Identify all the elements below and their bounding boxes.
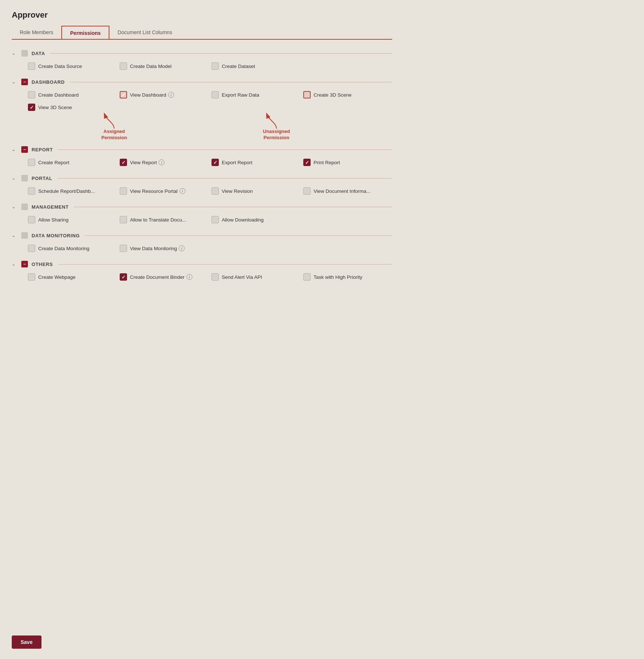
annotation-unassigned-text: UnassignedPermission — [263, 129, 290, 141]
section-title-dashboard: DASHBOARD — [32, 79, 65, 85]
permission-create-webpage: Create Webpage — [28, 273, 117, 281]
dashboard-permissions-wrapper: Create Dashboard ✓ View Dashboard i Expo… — [28, 91, 392, 142]
checkbox-create-data-model[interactable] — [120, 62, 127, 70]
label-allow-downloading: Allow Downloading — [222, 217, 264, 223]
checkbox-view-data-monitoring[interactable] — [120, 245, 127, 252]
permission-allow-translate: Allow to Translate Docu... — [120, 216, 209, 223]
tab-permissions[interactable]: Permissions — [61, 26, 109, 40]
permissions-grid-data-monitoring: Create Data Monitoring View Data Monitor… — [28, 245, 392, 252]
section-management: ⌄ MANAGEMENT Allow Sharing Allow to Tran… — [12, 204, 392, 223]
permission-export-report: ✓ Export Report — [211, 159, 300, 166]
chevron-icon-portal[interactable]: ⌄ — [12, 176, 18, 181]
permission-view-resource-portal: View Resource Portal i — [120, 187, 209, 195]
permission-view-data-monitoring: View Data Monitoring i — [120, 245, 209, 252]
chevron-icon-others[interactable]: ⌄ — [12, 262, 18, 267]
label-view-dashboard: View Dashboard i — [130, 92, 174, 98]
label-view-document-informa: View Document Informa... — [314, 188, 370, 194]
checkbox-view-document-informa[interactable] — [303, 187, 311, 195]
permission-create-data-model: Create Data Model — [120, 62, 209, 70]
annotation-unassigned: UnassignedPermission — [263, 112, 290, 141]
checkbox-export-raw-data[interactable] — [211, 91, 219, 98]
checkbox-allow-downloading[interactable] — [211, 216, 219, 223]
section-report: ⌄ − REPORT Create Report ✓ View Report i — [12, 146, 392, 166]
label-allow-translate: Allow to Translate Docu... — [130, 217, 186, 223]
chevron-icon-management[interactable]: ⌄ — [12, 204, 18, 209]
checkbox-view-3d-scene[interactable]: ✓ — [28, 104, 35, 111]
collapse-icon-data-monitoring[interactable] — [21, 232, 28, 239]
label-task-with-high-priority: Task with High Priority — [314, 274, 362, 280]
label-create-dashboard: Create Dashboard — [38, 92, 79, 98]
label-create-report: Create Report — [38, 160, 69, 165]
checkbox-create-data-monitoring[interactable] — [28, 245, 35, 252]
permission-export-raw-data: Export Raw Data — [211, 91, 300, 98]
collapse-icon-portal[interactable] — [21, 175, 28, 181]
tab-document-list-columns[interactable]: Document List Columns — [109, 26, 180, 39]
info-icon-view-data-monitoring: i — [179, 245, 185, 251]
collapse-icon-management[interactable] — [21, 204, 28, 210]
info-icon-create-document-binder: i — [187, 274, 192, 280]
permission-create-dashboard: Create Dashboard — [28, 91, 117, 98]
checkbox-view-revision[interactable] — [211, 187, 219, 195]
collapse-icon-data[interactable] — [21, 50, 28, 57]
annotation-assigned-text: AssignedPermission — [101, 129, 127, 141]
label-create-data-model: Create Data Model — [130, 64, 171, 69]
check-view-dashboard: ✓ — [122, 93, 126, 97]
label-allow-sharing: Allow Sharing — [38, 217, 69, 223]
chevron-icon-data[interactable]: ⌄ — [12, 51, 18, 56]
permission-task-with-high-priority: Task with High Priority — [303, 273, 392, 281]
check-export-report: ✓ — [213, 160, 217, 165]
chevron-icon-report[interactable]: ⌄ — [12, 147, 18, 152]
checkbox-allow-translate[interactable] — [120, 216, 127, 223]
checkbox-create-dashboard[interactable] — [28, 91, 35, 98]
chevron-icon-dashboard[interactable]: ⌄ — [12, 79, 18, 84]
section-header-dashboard: ⌄ − DASHBOARD — [12, 79, 392, 85]
page-title: Approver — [12, 10, 392, 20]
permissions-grid-report: Create Report ✓ View Report i ✓ Export R… — [28, 159, 392, 166]
checkbox-create-data-source[interactable] — [28, 62, 35, 70]
checkbox-create-dataset[interactable] — [211, 62, 219, 70]
save-button[interactable]: Save — [12, 635, 41, 649]
checkbox-create-report[interactable] — [28, 159, 35, 166]
page-container: Approver Role Members Permissions Docume… — [0, 0, 404, 319]
checkbox-print-report[interactable]: ✓ — [303, 159, 311, 166]
section-title-data-monitoring: DATA MONITORING — [32, 233, 80, 238]
checkbox-view-report[interactable]: ✓ — [120, 159, 127, 166]
permission-schedule-report: Schedule Report/Dashb... — [28, 187, 117, 195]
label-create-data-monitoring: Create Data Monitoring — [38, 246, 90, 251]
label-print-report: Print Report — [314, 160, 340, 165]
collapse-icon-others[interactable]: − — [21, 261, 28, 267]
checkbox-view-dashboard[interactable]: ✓ — [120, 91, 127, 98]
permissions-grid-management: Allow Sharing Allow to Translate Docu...… — [28, 216, 392, 223]
checkbox-create-webpage[interactable] — [28, 273, 35, 281]
dashboard-row1: Create Dashboard ✓ View Dashboard i Expo… — [28, 91, 392, 98]
checkbox-export-report[interactable]: ✓ — [211, 159, 219, 166]
tab-role-members[interactable]: Role Members — [12, 26, 61, 39]
section-line-others — [58, 264, 392, 264]
section-data: ⌄ DATA Create Data Source Create Data Mo… — [12, 50, 392, 70]
section-dashboard: ⌄ − DASHBOARD Create Dashboard ✓ View Da… — [12, 79, 392, 142]
section-title-data: DATA — [32, 51, 45, 56]
section-line-report — [58, 150, 392, 150]
section-line-data-monitoring — [85, 235, 392, 236]
check-print-report: ✓ — [305, 160, 309, 165]
collapse-icon-report[interactable]: − — [21, 146, 28, 153]
chevron-icon-data-monitoring[interactable]: ⌄ — [12, 233, 18, 238]
section-header-portal: ⌄ PORTAL — [12, 175, 392, 181]
label-create-dataset: Create Dataset — [222, 64, 255, 69]
checkbox-create-3d-scene[interactable] — [303, 91, 311, 98]
checkbox-task-with-high-priority[interactable] — [303, 273, 311, 281]
checkbox-send-alert-via-api[interactable] — [211, 273, 219, 281]
label-export-report: Export Report — [222, 160, 252, 165]
checkbox-view-resource-portal[interactable] — [120, 187, 127, 195]
permission-create-data-source: Create Data Source — [28, 62, 117, 70]
label-send-alert-via-api: Send Alert Via API — [222, 274, 262, 280]
checkbox-schedule-report[interactable] — [28, 187, 35, 195]
permission-view-document-informa: View Document Informa... — [303, 187, 392, 195]
section-data-monitoring: ⌄ DATA MONITORING Create Data Monitoring… — [12, 232, 392, 252]
permissions-grid-others: Create Webpage ✓ Create Document Binder … — [28, 273, 392, 281]
checkbox-create-document-binder[interactable]: ✓ — [120, 273, 127, 281]
collapse-icon-dashboard[interactable]: − — [21, 79, 28, 85]
permission-allow-downloading: Allow Downloading — [211, 216, 300, 223]
checkbox-allow-sharing[interactable] — [28, 216, 35, 223]
permissions-grid-portal: Schedule Report/Dashb... View Resource P… — [28, 187, 392, 195]
